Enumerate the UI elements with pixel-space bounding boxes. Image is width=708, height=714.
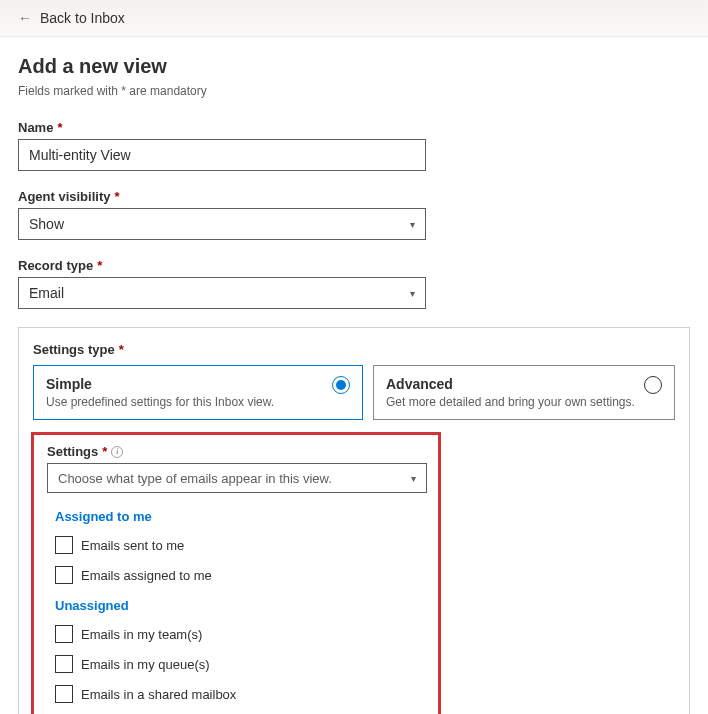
settings-type-advanced[interactable]: Advanced Get more detailed and bring you… (373, 365, 675, 420)
settings-type-panel: Settings type * Simple Use predefined se… (18, 327, 690, 714)
info-icon[interactable]: i (111, 446, 123, 458)
field-name: Name * (18, 120, 690, 171)
checkbox-icon (55, 536, 73, 554)
record-type-select[interactable]: Email ▾ (18, 277, 426, 309)
required-asterisk: * (114, 189, 119, 204)
radio-selected-icon (332, 376, 350, 394)
page-title: Add a new view (18, 55, 690, 78)
advanced-title: Advanced (386, 376, 635, 392)
field-agent-visibility: Agent visibility * Show ▾ (18, 189, 690, 240)
group-unassigned-header: Unassigned (51, 590, 423, 619)
agent-visibility-value: Show (29, 216, 64, 232)
advanced-desc: Get more detailed and bring your own set… (386, 395, 635, 409)
option-label: Emails assigned to me (81, 568, 212, 583)
required-asterisk: * (97, 258, 102, 273)
record-type-label: Record type (18, 258, 93, 273)
simple-title: Simple (46, 376, 274, 392)
checkbox-icon (55, 566, 73, 584)
simple-desc: Use predefined settings for this Inbox v… (46, 395, 274, 409)
settings-select[interactable]: Choose what type of emails appear in thi… (47, 463, 427, 493)
back-link-bar[interactable]: ← Back to Inbox (0, 0, 708, 37)
group-assigned-header: Assigned to me (51, 501, 423, 530)
settings-type-simple[interactable]: Simple Use predefined settings for this … (33, 365, 363, 420)
agent-visibility-select[interactable]: Show ▾ (18, 208, 426, 240)
checkbox-icon (55, 655, 73, 673)
settings-type-label: Settings type (33, 342, 115, 357)
agent-visibility-label: Agent visibility (18, 189, 110, 204)
name-input-field[interactable] (29, 147, 415, 163)
required-asterisk: * (119, 342, 124, 357)
settings-dropdown-area: Settings * i Choose what type of emails … (33, 434, 439, 714)
chevron-down-icon: ▾ (410, 288, 415, 299)
required-asterisk: * (57, 120, 62, 135)
field-record-type: Record type * Email ▾ (18, 258, 690, 309)
name-input[interactable] (18, 139, 426, 171)
checkbox-icon (55, 685, 73, 703)
option-emails-in-shared-mailbox[interactable]: Emails in a shared mailbox (51, 679, 423, 709)
settings-label: Settings (47, 444, 98, 459)
option-label: Emails in a shared mailbox (81, 687, 236, 702)
radio-unselected-icon (644, 376, 662, 394)
chevron-down-icon: ▾ (410, 219, 415, 230)
checkbox-icon (55, 625, 73, 643)
settings-type-options: Simple Use predefined settings for this … (33, 365, 675, 420)
option-emails-assigned-to-me[interactable]: Emails assigned to me (51, 560, 423, 590)
back-link-label: Back to Inbox (40, 10, 125, 26)
option-label: Emails in my queue(s) (81, 657, 210, 672)
option-emails-in-my-queues[interactable]: Emails in my queue(s) (51, 649, 423, 679)
option-emails-sent-to-me[interactable]: Emails sent to me (51, 530, 423, 560)
page-subtitle: Fields marked with * are mandatory (18, 84, 690, 98)
arrow-left-icon: ← (18, 10, 32, 26)
option-label: Emails sent to me (81, 538, 184, 553)
option-label: Emails in my team(s) (81, 627, 202, 642)
chevron-down-icon: ▾ (411, 473, 416, 484)
required-asterisk: * (102, 444, 107, 459)
record-type-value: Email (29, 285, 64, 301)
name-label: Name (18, 120, 53, 135)
settings-placeholder: Choose what type of emails appear in thi… (58, 471, 332, 486)
option-emails-in-my-teams[interactable]: Emails in my team(s) (51, 619, 423, 649)
form-content: Add a new view Fields marked with * are … (0, 37, 708, 714)
settings-options-list: Assigned to me Emails sent to me Emails … (47, 493, 427, 714)
